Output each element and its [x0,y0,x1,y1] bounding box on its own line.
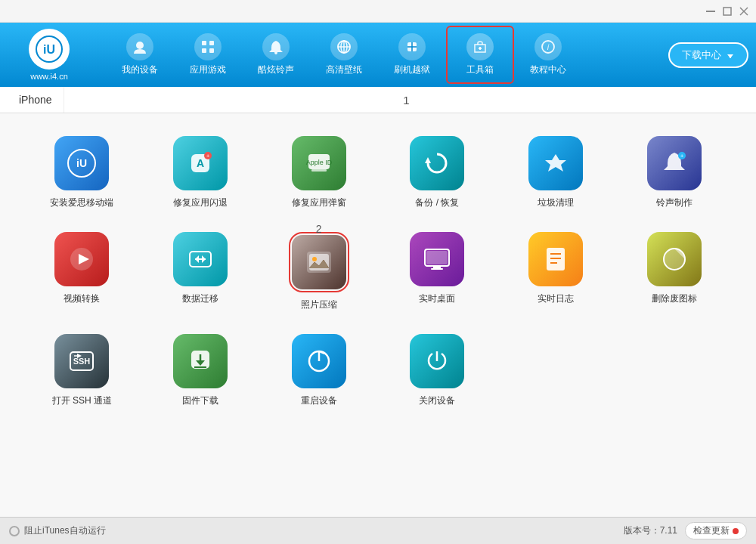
svg-rect-7 [202,41,206,45]
tool-item-realtime-desktop[interactable]: 实时桌面 [386,232,489,311]
nav-icon-ringtone [262,33,290,60]
nav-item-wallpaper[interactable]: 高清壁纸 [310,27,378,82]
tool-icon-video-convert [54,232,109,286]
nav-icon-my-device [126,33,153,60]
tool-item-shutdown-device[interactable]: 关闭设备 [386,334,489,407]
svg-text:iU: iU [43,43,55,56]
nav-item-tutorial[interactable]: i教程中心 [514,27,582,82]
nav-icon-jailbreak [398,33,426,60]
tool-item-video-convert[interactable]: 视频转换 [30,232,134,311]
tool-label-repair-app-bounce: 修复应用弹窗 [292,196,346,209]
titlebar [0,0,756,23]
download-button[interactable]: 下载中心 [668,42,748,68]
status-left: 阻止iTunes自动运行 [9,524,106,537]
svg-text:+: + [680,153,683,159]
tool-icon-install-iaide: iU [54,136,109,190]
close-button[interactable] [738,5,750,17]
tool-label-firmware-download: 固件下载 [182,394,218,407]
logo-text: www.i4.cn [30,72,68,81]
tool-label-junk-clean: 垃圾清理 [538,196,574,209]
main-content: iU安装爱思移动端A+修复应用闪退Apple ID修复应用弹窗备份 / 恢复垃圾… [0,113,756,517]
nav-label-toolbox: 工具箱 [466,63,494,76]
tool-item-backup-restore[interactable]: 备份 / 恢复 [386,136,489,209]
nav-item-app-game[interactable]: 应用游戏 [174,27,242,82]
nav-item-jailbreak[interactable]: 刷机越狱 [378,27,446,82]
svg-rect-9 [202,48,206,53]
svg-text:SSH: SSH [73,357,91,366]
tool-label-realtime-desktop: 实时桌面 [419,292,455,305]
status-text: 阻止iTunes自动运行 [24,524,106,537]
nav-icon-toolbox [466,33,494,60]
tool-icon-photo-compress [292,235,346,289]
svg-marker-41 [202,255,206,263]
svg-marker-33 [425,157,431,163]
header: iU www.i4.cn 我的设备应用游戏酷炫铃声高清壁纸刷机越狱工具箱i教程中… [0,23,756,87]
tool-icon-junk-clean [528,136,583,190]
svg-rect-47 [426,251,448,264]
tool-item-realtime-log[interactable]: 实时日志 [504,232,608,311]
nav-label-jailbreak: 刷机越狱 [394,63,430,76]
svg-point-6 [136,42,144,49]
tool-item-repair-app-bounce[interactable]: Apple ID修复应用弹窗 [267,136,370,209]
status-right: 版本号：7.11 检查更新 [624,522,747,539]
tool-icon-firmware-download [173,334,228,388]
nav-label-ringtone: 酷炫铃声 [258,63,294,76]
svg-rect-8 [209,41,214,45]
tool-label-data-migrate: 数据迁移 [182,292,218,305]
tool-label-reboot-device: 重启设备 [301,394,337,407]
device-tab[interactable]: iPhone [8,87,64,113]
svg-rect-48 [433,266,441,268]
nav-bar: 我的设备应用游戏酷炫铃声高清壁纸刷机越狱工具箱i教程中心 [106,26,668,84]
nav-icon-app-game [194,33,222,60]
tool-badge-photo-compress: 2 [316,223,322,235]
logo-area: iU www.i4.cn [8,29,91,81]
tool-label-ssh-tunnel: 打开 SSH 通道 [52,394,112,407]
tool-icon-ssh-tunnel: SSH [54,334,109,388]
tool-icon-delete-junk-icon [647,232,702,286]
tool-icon-shutdown-device [410,334,464,388]
tool-label-repair-app-crash: 修复应用闪退 [173,196,228,209]
tool-item-reboot-device[interactable]: 重启设备 [267,334,370,407]
tool-icon-reboot-device [292,334,346,388]
svg-marker-34 [545,154,566,172]
maximize-button[interactable] [721,5,733,17]
svg-rect-0 [706,11,715,12]
nav-label-app-game: 应用游戏 [190,63,226,76]
statusbar: 阻止iTunes自动运行 版本号：7.11 检查更新 [0,517,756,544]
tab-number: 1 [64,94,748,107]
tool-icon-repair-app-bounce: Apple ID [292,136,346,190]
device-name: iPhone [19,94,52,106]
tool-label-install-iaide: 安装爱思移动端 [50,196,113,209]
check-update-button[interactable]: 检查更新 [685,522,747,539]
tool-item-ssh-tunnel[interactable]: SSH打开 SSH 通道 [30,334,134,407]
tool-item-firmware-download[interactable]: 固件下载 [149,334,253,407]
tool-icon-ringtone-make: + [647,136,702,190]
svg-text:i: i [547,42,550,51]
tool-item-junk-clean[interactable]: 垃圾清理 [504,136,608,209]
nav-icon-tutorial: i [534,33,562,60]
svg-text:+: + [206,153,210,159]
tool-item-delete-junk-icon[interactable]: 删除废图标 [622,232,726,311]
tool-label-realtime-log: 实时日志 [538,292,574,305]
tool-item-photo-compress[interactable]: 2照片压缩 [267,232,370,311]
tool-item-install-iaide[interactable]: iU安装爱思移动端 [30,136,134,209]
svg-rect-10 [209,48,214,53]
svg-text:Apple ID: Apple ID [305,159,332,166]
tool-item-data-migrate[interactable]: 数据迁移 [149,232,253,311]
tool-item-ringtone-make[interactable]: +铃声制作 [622,136,726,209]
device-bar: iPhone 1 [0,87,756,113]
nav-item-toolbox[interactable]: 工具箱 [446,26,514,84]
nav-label-tutorial: 教程中心 [530,63,566,76]
tool-item-repair-app-crash[interactable]: A+修复应用闪退 [149,136,253,209]
svg-rect-1 [723,8,731,15]
nav-item-my-device[interactable]: 我的设备 [106,27,174,82]
nav-item-ringtone[interactable]: 酷炫铃声 [242,27,310,82]
tool-label-ringtone-make: 铃声制作 [656,196,692,209]
logo-icon: iU [29,29,70,70]
minimize-button[interactable] [705,5,717,17]
nav-icon-wallpaper [330,33,358,60]
tool-icon-repair-app-crash: A+ [173,136,228,190]
tool-label-photo-compress: 照片压缩 [301,298,337,311]
tools-grid: iU安装爱思移动端A+修复应用闪退Apple ID修复应用弹窗备份 / 恢复垃圾… [30,136,726,407]
svg-text:iU: iU [76,157,87,169]
